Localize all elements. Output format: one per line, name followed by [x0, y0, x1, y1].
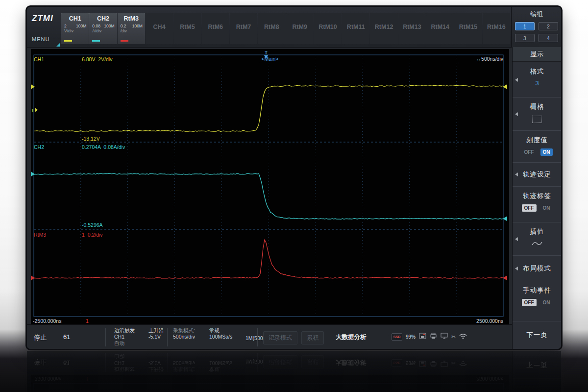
wifi-icon [459, 332, 467, 341]
channel-tab-label: RtM13 [398, 24, 426, 30]
toggle-on[interactable]: ON [540, 204, 553, 212]
group-button-3[interactable]: 3 [515, 34, 535, 42]
record-mode-button[interactable]: 记录模式 [263, 331, 297, 344]
trigger-level-arrow [35, 108, 38, 112]
accumulate-button[interactable]: 累积 [301, 331, 324, 344]
divider [105, 328, 106, 346]
trace-ch1 [34, 85, 503, 131]
channel-tab-label: RtM6 [202, 24, 229, 30]
sidebar-item-layout-mode[interactable]: 布局模式 [513, 255, 561, 281]
ssd-label: SSD [393, 335, 400, 339]
channel-scale-value: 0.2 [121, 24, 126, 28]
sidebar-item-format[interactable]: 格式3 [513, 62, 561, 97]
toggle-off[interactable]: OFF [522, 299, 537, 306]
channel-scale-value: 0.08 [92, 24, 100, 28]
channel-tab-rtm5[interactable]: RtM5 [173, 13, 201, 44]
channel-tab-rtm13[interactable]: RtM13 [398, 13, 426, 44]
channel-tab-rtm16[interactable]: RtM16 [483, 13, 510, 44]
channel-tab-rtm9[interactable]: RtM9 [286, 13, 314, 44]
left-arrow-icon [515, 78, 518, 82]
save-icon [419, 332, 426, 341]
channel-bandwidth: 100M [132, 24, 143, 28]
toggle-off[interactable]: OFF [522, 204, 537, 212]
trigger-source: CH1 [114, 334, 135, 340]
sidebar-item-label: 布局模式 [523, 264, 551, 273]
channel-tab-rtm11[interactable]: RtM11 [342, 13, 369, 44]
channel-reading-label: 0.2704A 0.08A/div [82, 144, 125, 150]
left-arrow-icon [515, 237, 518, 241]
channel-tab-label: RtM10 [314, 24, 342, 30]
channel-tab-rtm7[interactable]: RtM7 [230, 13, 257, 44]
sidebar-item-value: 3 [513, 79, 561, 87]
sidebar: 显示 格式3栅格刻度值OFFON轨迹设定轨迹标签OFFON插值布局模式手动事件O… [512, 47, 561, 349]
channel-tab-ch1[interactable]: CH12100MV/div [61, 13, 89, 44]
channel-tab-rtm15[interactable]: RtM15 [454, 13, 482, 44]
sidebar-item-label: 手动事件 [513, 286, 561, 295]
group-buttons: 1234 [512, 22, 561, 42]
big-data-analysis-button[interactable]: 大数据分析 [336, 333, 367, 342]
toggle-off[interactable]: OFF [522, 148, 537, 156]
channel-scale-unit: /div [118, 28, 145, 33]
channel-tab-rtm8[interactable]: RtM8 [258, 13, 285, 44]
sidebar-item-scale-value[interactable]: 刻度值OFFON [513, 130, 561, 162]
channel-tab-label: CH4 [146, 24, 173, 30]
sidebar-item-trace-setting[interactable]: 轨迹设定 [513, 162, 561, 186]
channel-tab-label: RtM11 [342, 24, 369, 30]
group-panel: 编组 1234 [511, 7, 561, 47]
channel-tab-rtm3[interactable]: RtM30.2100M/div [118, 13, 145, 44]
waveform-area[interactable]: TT <Main> ↔500ns/div -2500.000ns 2500.00… [31, 49, 509, 324]
channel-tab-scale-row: 2100M [61, 22, 89, 28]
channel-tab-rtm12[interactable]: RtM12 [370, 13, 397, 44]
channel-name-label: CH1 [34, 56, 44, 62]
divider [167, 328, 168, 346]
channel-color-bar [92, 40, 100, 42]
channel-name-label: RtM3 [34, 232, 46, 238]
trigger-level: -5.1V [148, 334, 164, 340]
toggle-row: OFFON [513, 148, 561, 156]
sidebar-item-grid[interactable]: 栅格 [513, 97, 561, 130]
sidebar-item-next-page[interactable]: 下一页 [513, 321, 561, 349]
channel-tab-rtm14[interactable]: RtM14 [426, 13, 454, 44]
channel-tab-ch2[interactable]: CH20.08100MA/div [89, 13, 117, 44]
channel-tab-rtm6[interactable]: RtM6 [202, 13, 229, 44]
sidebar-item-manual-event[interactable]: 手动事件OFFON [513, 281, 561, 321]
status-bar: 停止 61 边沿触发 CH1 自动 上升沿 -5.1V 采集模式: 500ns/… [27, 324, 512, 349]
channel-reading-label: 1 0.2/div [82, 232, 103, 238]
group-button-4[interactable]: 4 [539, 34, 558, 42]
channel-tab-label: RtM12 [370, 24, 397, 30]
acquisition-timebase: 500ns/div [173, 334, 195, 340]
sidebar-item-label: 轨迹标签 [513, 192, 561, 200]
menu-button[interactable]: MENU [32, 36, 49, 42]
time-end-label: 2500.000ns [476, 318, 503, 324]
channel-tab-label: RtM8 [258, 24, 285, 30]
bottom-marker-label: 1 [86, 318, 89, 324]
sidebar-item-interpolation[interactable]: 插值 [513, 222, 561, 255]
channel-reading-label: 6.88V 2V/div [82, 56, 112, 62]
group-button-2[interactable]: 2 [539, 22, 558, 30]
acquisition-mode-label: 采集模式: [173, 327, 195, 334]
divider [257, 328, 258, 346]
reflection: ZTMI MENU CH12100MV/divCH20.08100MA/divR… [27, 351, 561, 392]
acquisition-mode: 常规 [209, 327, 232, 334]
waveform-svg: TT [31, 49, 509, 324]
sidebar-item-label: 轨迹设定 [523, 170, 551, 179]
group-button-1[interactable]: 1 [515, 22, 535, 30]
channel-tab-label: RtM3 [118, 15, 145, 22]
channel-tab-label: RtM9 [286, 24, 314, 30]
toggle-on[interactable]: ON [540, 148, 553, 156]
channel-tab-label: RtM15 [454, 24, 482, 30]
grid-icon [532, 116, 542, 123]
status-icons: SSD 99% ✂ [392, 332, 467, 341]
cut-icon: ✂ [451, 334, 456, 340]
group-panel-title: 编组 [512, 10, 561, 19]
trigger-edge-info: 上升沿 -5.1V [148, 327, 164, 340]
sidebar-item-trace-label[interactable]: 轨迹标签OFFON [513, 186, 561, 222]
plot-frame [34, 55, 503, 317]
ssd-icon: SSD [392, 333, 402, 341]
channel-name-label: CH2 [34, 144, 44, 150]
toggle-on[interactable]: ON [540, 299, 553, 306]
toggle-row: OFFON [513, 299, 561, 306]
acquisition-rate: 100MSa/s [209, 334, 232, 340]
channel-tab-rtm10[interactable]: RtM10 [314, 13, 342, 44]
channel-tab-ch4[interactable]: CH4 [146, 13, 173, 44]
